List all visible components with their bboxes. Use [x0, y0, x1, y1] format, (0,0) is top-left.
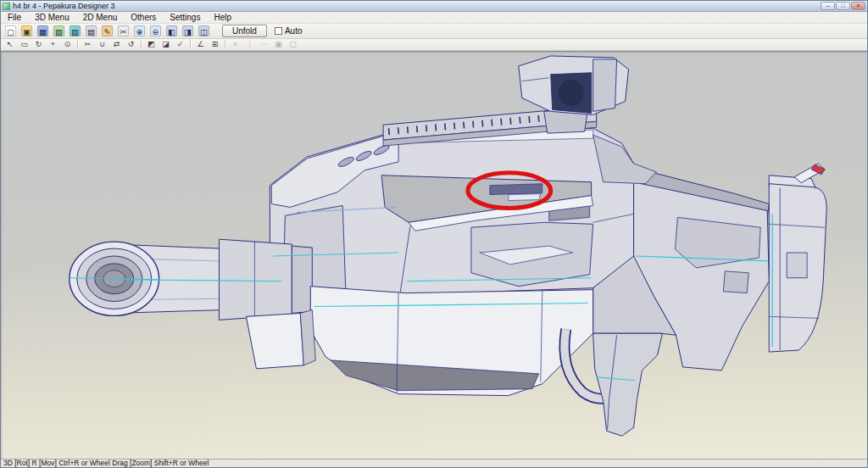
edge-cut-button[interactable]: ✂ [81, 39, 94, 50]
close-button[interactable]: × [851, 2, 865, 10]
toolbar-separator [225, 40, 225, 49]
save-button[interactable]: ▦ [36, 25, 50, 38]
divide-face-button[interactable]: ◩ [145, 39, 158, 50]
toolbar-icon: + [48, 40, 58, 49]
unfold-button[interactable]: Unfold [222, 25, 267, 37]
toolbar-icon: ⊖ [150, 25, 161, 36]
toolbar-icon: ⋯ [259, 40, 270, 49]
rifle-stock [634, 164, 827, 370]
grid-button[interactable]: ⊞ [209, 39, 221, 50]
barrel [70, 239, 312, 320]
auto-label: Auto [285, 26, 303, 36]
toolbar-icon: ⋮ [245, 40, 255, 49]
toolbar-icon: ∪ [97, 40, 108, 49]
merge-face-button[interactable]: ◪ [159, 39, 172, 50]
toolbar-icon: ↻ [34, 40, 44, 49]
zoom-view-button[interactable]: ⊙ [61, 39, 74, 50]
lock-button[interactable]: ▣ [272, 39, 285, 50]
toolbar-icon: ▢ [5, 25, 16, 36]
toolbar-icon: ◫ [198, 25, 209, 36]
measure-button[interactable]: ∠ [194, 39, 207, 50]
model-canvas [1, 52, 867, 459]
toolbar-separator [141, 40, 142, 49]
undo-view-button[interactable]: ↺ [125, 39, 137, 50]
auto-checkbox[interactable] [275, 27, 282, 35]
toolbar-icon: ⊙ [63, 40, 73, 49]
menubar: File3D Menu2D MenuOthersSettingsHelp [1, 12, 867, 24]
maximize-button[interactable]: □ [836, 2, 850, 10]
toolbar-icon: ▣ [21, 25, 32, 36]
pistol-grip [593, 333, 663, 436]
toolbar-icon: ◧ [166, 25, 177, 36]
app-window: h4 br 4 - Pepakura Designer 3 – □ × File… [0, 0, 868, 468]
toolbar-separator [77, 40, 78, 49]
select-button[interactable]: ↖ [3, 39, 16, 50]
view-split-button[interactable]: ◫ [197, 25, 211, 38]
check-parts-button[interactable]: ✓ [174, 39, 186, 50]
toolbar-icon: ⊕ [134, 25, 145, 36]
print-button[interactable]: ▤ [84, 25, 98, 38]
texture-button[interactable]: ▨ [68, 25, 82, 38]
pan-view-button[interactable]: + [47, 39, 59, 50]
zoom-in-button[interactable]: ⊕ [132, 25, 147, 38]
edge-join-button[interactable]: ∪ [96, 39, 108, 50]
toolbar-main: ▢▣▦▧▨▤✎✂⊕⊖◧◨◫ Unfold Auto [1, 24, 867, 39]
statusbar: 3D [Rot] R [Mov] Ctrl+R or Wheel Drag [Z… [1, 459, 867, 467]
toolbar-icon: ✎ [102, 25, 113, 36]
window-title: h4 br 4 - Pepakura Designer 3 [13, 1, 818, 11]
toolbar-icon: ✂ [118, 25, 129, 36]
toolbar-icon: ▧ [53, 25, 64, 36]
menu-help[interactable]: Help [207, 12, 238, 24]
toolbar-icon: ▢ [288, 40, 298, 49]
toolbar-icon: ✓ [175, 40, 186, 49]
toolbar-icon: ∠ [196, 40, 206, 49]
align-button[interactable]: ≡ [229, 39, 242, 50]
toolbar-icon: ▭ [19, 40, 30, 49]
toolbar-icon: ↺ [126, 40, 136, 49]
open-button[interactable]: ▣ [19, 25, 34, 38]
toolbar-icon: ▦ [37, 25, 48, 36]
swap-flap-button[interactable]: ⇄ [110, 39, 123, 50]
new-button[interactable]: ▢ [3, 25, 18, 38]
cut-button[interactable]: ✂ [116, 25, 131, 38]
toolbar-icon: ⇄ [112, 40, 122, 49]
toolbar-icon: ◨ [182, 25, 193, 36]
zoom-out-button[interactable]: ⊖ [148, 25, 163, 38]
viewport-3d[interactable] [1, 51, 867, 459]
app-icon [3, 3, 10, 10]
toolbar-icon: ▤ [86, 25, 97, 36]
toolbar-icon: ◩ [147, 40, 157, 49]
minimize-button[interactable]: – [821, 2, 835, 10]
menu-3d[interactable]: 3D Menu [28, 12, 76, 24]
import-button[interactable]: ▧ [52, 25, 66, 38]
toolbar-icon: ⊞ [210, 40, 220, 49]
menu-2d[interactable]: 2D Menu [76, 12, 125, 24]
rotate-view-button[interactable]: ↻ [32, 39, 45, 50]
titlebar[interactable]: h4 br 4 - Pepakura Designer 3 – □ × [1, 1, 867, 12]
toolbar-icon: ✂ [83, 40, 93, 49]
distribute-button[interactable]: ⋯ [258, 39, 270, 50]
menu-settings[interactable]: Settings [163, 12, 207, 24]
toolbar-icon: ↖ [5, 40, 15, 49]
order-button[interactable]: ▢ [287, 39, 299, 50]
toolbar-icon: ≡ [231, 40, 241, 49]
view-2d-window-button[interactable]: ◨ [181, 25, 195, 38]
box-select-button[interactable]: ▭ [18, 39, 31, 50]
status-text: 3D [Rot] R [Mov] Ctrl+R or Wheel Drag [Z… [3, 460, 209, 467]
menu-file[interactable]: File [1, 12, 28, 24]
toolbar-edit: ↖▭↻+⊙✂∪⇄↺◩◪✓∠⊞≡⋮⋯▣▢ [1, 39, 867, 51]
arrange-button[interactable]: ⋮ [243, 39, 256, 50]
toolbar-separator [190, 40, 191, 49]
window-controls: – □ × [821, 2, 865, 10]
view-3d-window-button[interactable]: ◧ [164, 25, 179, 38]
toolbar-main-icons: ▢▣▦▧▨▤✎✂⊕⊖◧◨◫ [3, 25, 212, 38]
toolbar-icon: ◪ [161, 40, 171, 49]
menu-others[interactable]: Others [124, 12, 163, 24]
toolbar-icon: ▣ [274, 40, 284, 49]
toolbar-icon: ▨ [70, 25, 81, 36]
auto-option: Auto [275, 26, 303, 36]
edit-button[interactable]: ✎ [100, 25, 114, 38]
